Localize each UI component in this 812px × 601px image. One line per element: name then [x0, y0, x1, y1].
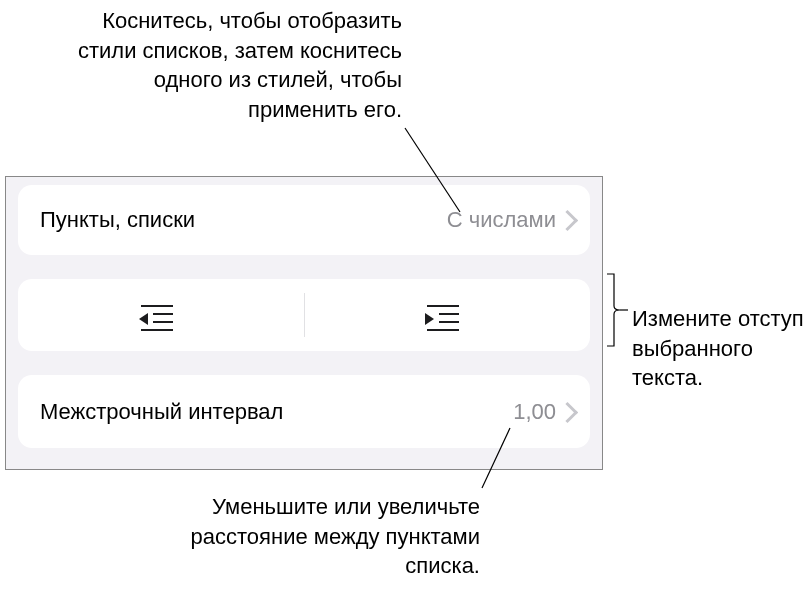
- chevron-right-icon: [562, 210, 574, 230]
- indent-controls: [18, 279, 590, 351]
- chevron-right-icon: [562, 402, 574, 422]
- outdent-button[interactable]: [18, 279, 304, 351]
- format-panel: Пункты, списки С числами: [5, 176, 603, 470]
- callout-list-styles: Коснитесь, чтобы отобразить стили списко…: [42, 6, 402, 125]
- callout-indent: Измените отступ выбранного текста.: [632, 304, 807, 393]
- line-spacing-row[interactable]: Межстрочный интервал 1,00: [18, 375, 590, 448]
- outdent-icon: [141, 301, 181, 329]
- indent-icon: [427, 301, 467, 329]
- line-spacing-value: 1,00: [513, 399, 556, 425]
- bracket-icon: [606, 272, 624, 344]
- callout-line-spacing: Уменьшите или увеличьте расстояние между…: [110, 492, 480, 581]
- bullets-lists-label: Пункты, списки: [40, 207, 195, 233]
- indent-button[interactable]: [304, 279, 590, 351]
- bullets-lists-value: С числами: [447, 207, 556, 233]
- bullets-lists-row[interactable]: Пункты, списки С числами: [18, 185, 590, 255]
- line-spacing-label: Межстрочный интервал: [40, 399, 283, 425]
